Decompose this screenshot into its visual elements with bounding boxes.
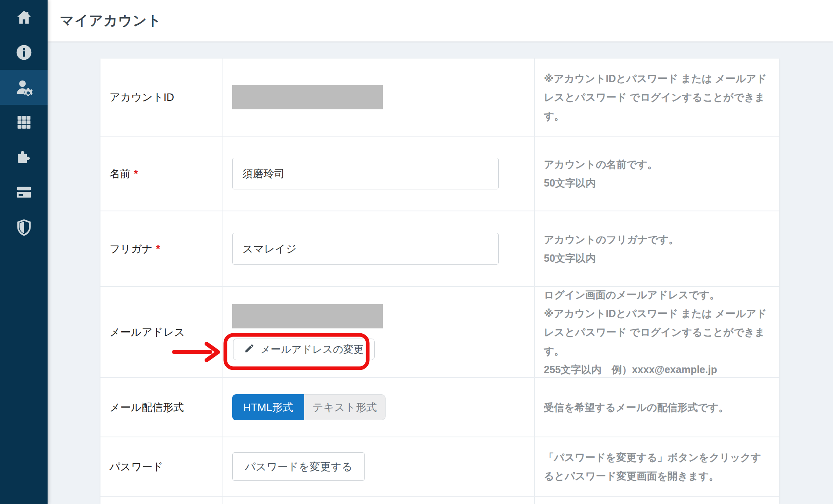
name-note-line2: 50文字以内 — [544, 174, 769, 192]
sidebar-item-home[interactable] — [0, 0, 48, 35]
row-password: パスワード パスワードを変更する 「パスワードを変更する」ボタンをクリックすると… — [100, 437, 779, 497]
shield-icon — [15, 219, 33, 236]
change-password-button[interactable]: パスワードを変更する — [232, 452, 365, 481]
sidebar-item-account[interactable] — [0, 70, 48, 105]
account-id-label: アカウントID — [109, 90, 174, 104]
my-account-form: アカウントID ※アカウントIDとパスワード または メールアドレスとパスワード… — [100, 59, 779, 504]
sidebar-item-plugins[interactable] — [0, 140, 48, 175]
name-label: 名前 — [109, 167, 131, 181]
furigana-input[interactable] — [232, 233, 499, 265]
required-mark: * — [134, 167, 138, 180]
mail-format-note: 受信を希望するメールの配信形式です。 — [544, 398, 769, 417]
sidebar-item-info[interactable] — [0, 35, 48, 70]
page-title: マイアカウント — [60, 11, 162, 30]
account-id-redacted-value — [232, 85, 383, 109]
furigana-note-line1: アカウントのフリガナです。 — [544, 230, 769, 249]
furigana-label: フリガナ — [109, 242, 153, 256]
sidebar — [0, 0, 48, 504]
required-mark: * — [156, 243, 160, 255]
info-icon — [15, 43, 33, 61]
row-partial — [100, 497, 779, 504]
account-id-note: ※アカウントIDとパスワード または メールアドレスとパスワード でログインする… — [544, 69, 769, 125]
mail-format-toggle: HTML形式 テキスト形式 — [232, 394, 386, 420]
row-furigana: フリガナ * アカウントのフリガナです。 50文字以内 — [100, 211, 779, 287]
email-label: メールアドレス — [109, 325, 185, 339]
furigana-note-line2: 50文字以内 — [544, 249, 769, 267]
email-note-line1: ログイン画面のメールアドレスです。 — [544, 285, 769, 304]
row-name: 名前 * アカウントの名前です。 50文字以内 — [100, 137, 779, 211]
header: マイアカウント — [48, 0, 833, 41]
app-screen: マイアカウント アカウントID ※アカウントIDとパスワード または メールアド… — [0, 0, 833, 504]
mail-format-label: メール配信形式 — [109, 400, 184, 415]
name-input[interactable] — [232, 158, 499, 189]
email-redacted-value — [232, 304, 383, 328]
mail-format-option-text[interactable]: テキスト形式 — [304, 394, 386, 420]
password-label: パスワード — [109, 460, 163, 474]
pencil-icon — [244, 343, 255, 356]
sidebar-item-apps[interactable] — [0, 105, 48, 140]
email-note-line2: ※アカウントIDとパスワード または メールアドレスとパスワード でログインする… — [544, 304, 769, 360]
name-note-line1: アカウントの名前です。 — [544, 155, 769, 174]
sidebar-item-security[interactable] — [0, 210, 48, 245]
row-mail-format: メール配信形式 HTML形式 テキスト形式 受信を希望するメールの配信形式です。 — [100, 378, 779, 437]
puzzle-icon — [15, 148, 33, 166]
email-note-line3: 255文字以内 例）xxxx@example.jp — [544, 360, 769, 379]
home-icon — [15, 9, 33, 26]
change-email-button-label: メールアドレスの変更 — [260, 343, 364, 356]
grid-icon — [15, 114, 33, 131]
change-email-button[interactable]: メールアドレスの変更 — [233, 339, 375, 360]
row-email: メールアドレス メールアドレスの変更 ログイン画面のメールアドレスです — [100, 287, 779, 378]
user-gear-icon — [15, 78, 33, 97]
password-note: 「パスワードを変更する」ボタンをクリックするとパスワード変更画面を開きます。 — [544, 448, 769, 485]
sidebar-item-billing[interactable] — [0, 175, 48, 210]
credit-card-icon — [15, 183, 33, 201]
mail-format-option-html[interactable]: HTML形式 — [232, 394, 304, 420]
row-account-id: アカウントID ※アカウントIDとパスワード または メールアドレスとパスワード… — [100, 59, 779, 137]
